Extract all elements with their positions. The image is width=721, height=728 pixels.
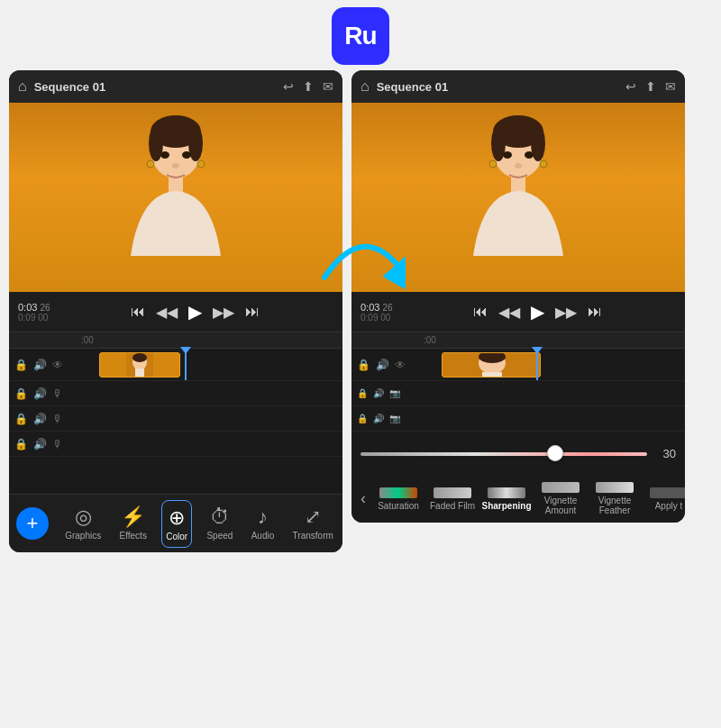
sharpening-label: Sharpening xyxy=(482,501,532,511)
left-timeline-area: :00 🔒 🔊 👁 xyxy=(9,332,342,494)
right-audio-icon[interactable]: 🔊 xyxy=(376,359,389,371)
tab-sharpening[interactable]: Sharpening xyxy=(479,486,534,513)
lock-icon[interactable]: 🔒 xyxy=(14,359,28,371)
right-seq-title: Sequence 01 xyxy=(377,80,618,94)
step-forward-button[interactable]: ▶▶ xyxy=(213,304,234,321)
mic-icon-a1[interactable]: 🎙 xyxy=(52,387,63,400)
skip-forward-button[interactable]: ⏭ xyxy=(245,304,260,320)
right-audio-a1[interactable]: 🔊 xyxy=(373,388,384,398)
left-seq-title: Sequence 01 xyxy=(34,80,276,94)
tab-saturation[interactable]: Saturation xyxy=(371,486,425,513)
step-back-button[interactable]: ◀◀ xyxy=(156,304,178,321)
left-chat-icon[interactable]: ✉ xyxy=(323,79,333,94)
right-home-icon[interactable]: ⌂ xyxy=(360,78,370,95)
svg-point-20 xyxy=(489,160,497,168)
tab-vignette-amount[interactable]: Vignette Amount xyxy=(534,480,588,517)
graphics-icon: ◎ xyxy=(75,505,92,529)
right-audio-a2[interactable]: 🔊 xyxy=(373,414,384,423)
left-home-icon[interactable]: ⌂ xyxy=(18,78,27,95)
toolbar-audio[interactable]: ♪ Audio xyxy=(248,500,278,548)
saturation-label: Saturation xyxy=(378,501,419,511)
skip-back-button[interactable]: ⏮ xyxy=(131,304,145,320)
apply-label: Apply t xyxy=(655,501,683,511)
color-label: Color xyxy=(166,532,187,541)
mic-icon-a2[interactable]: 🎙 xyxy=(52,413,63,425)
right-ruler-label: :00 xyxy=(424,335,436,345)
right-lock-icon[interactable]: 🔒 xyxy=(357,359,370,371)
right-skip-forward-button[interactable]: ⏭ xyxy=(588,304,602,320)
right-step-back-button[interactable]: ◀◀ xyxy=(498,304,520,321)
visibility-icon[interactable]: 👁 xyxy=(52,359,63,371)
toolbar-speed[interactable]: ⏱ Speed xyxy=(203,500,236,548)
left-video-clip[interactable] xyxy=(99,352,180,378)
right-video-clip[interactable] xyxy=(442,352,541,378)
toolbar-graphics[interactable]: ◎ Graphics xyxy=(61,500,105,548)
sharpening-swatch xyxy=(488,487,525,498)
left-audio-track-1: 🔒 🔊 🎙 xyxy=(9,381,342,406)
right-chat-icon[interactable]: ✉ xyxy=(665,79,676,94)
left-video-track-controls: 🔒 🔊 👁 xyxy=(9,359,81,371)
panels-container: ⌂ Sequence 01 ↩ ⬆ ✉ xyxy=(9,70,712,552)
svg-point-9 xyxy=(172,163,179,168)
vignette-amount-swatch xyxy=(542,482,580,493)
lock-icon-a2[interactable]: 🔒 xyxy=(14,413,28,425)
effects-icon: ⚡ xyxy=(121,505,145,529)
tab-faded-film[interactable]: Faded Film xyxy=(425,486,479,513)
tab-vignette-feather[interactable]: Vignette Feather xyxy=(588,480,642,517)
color-tabs: ‹ Saturation Faded Film Sharpening Vigne… xyxy=(351,475,685,523)
svg-point-8 xyxy=(182,151,191,159)
right-lock-a1[interactable]: 🔒 xyxy=(357,388,368,398)
svg-point-24 xyxy=(515,163,522,168)
right-video-track: 🔒 🔊 👁 xyxy=(351,349,685,381)
audio-label: Audio xyxy=(251,531,275,541)
left-share-icon[interactable]: ⬆ xyxy=(303,79,314,94)
right-share-icon[interactable]: ⬆ xyxy=(645,79,656,94)
svg-point-12 xyxy=(132,353,147,362)
audio-track-3-content xyxy=(81,432,342,456)
right-cam-a1[interactable]: 📷 xyxy=(389,388,400,398)
left-time-current: 0:03 26 xyxy=(18,302,50,313)
right-lock-a2[interactable]: 🔒 xyxy=(357,414,368,423)
sharpening-slider-track[interactable] xyxy=(360,452,647,456)
left-timeline-ruler: :00 xyxy=(9,332,342,349)
play-button[interactable]: ▶ xyxy=(188,301,202,323)
transition-arrow xyxy=(315,232,406,296)
audio-icon-a1[interactable]: 🔊 xyxy=(33,387,47,400)
right-step-forward-button[interactable]: ▶▶ xyxy=(555,304,577,321)
vignette-feather-swatch xyxy=(596,482,634,493)
lock-icon-a3[interactable]: 🔒 xyxy=(14,438,28,450)
right-visibility-icon[interactable]: 👁 xyxy=(395,359,406,371)
toolbar-effects[interactable]: ⚡ Effects xyxy=(116,500,151,548)
sharpening-slider-thumb[interactable] xyxy=(547,445,563,461)
right-undo-icon[interactable]: ↩ xyxy=(625,79,636,94)
left-video-track: 🔒 🔊 👁 xyxy=(9,349,342,381)
left-undo-icon[interactable]: ↩ xyxy=(283,79,294,94)
tab-apply[interactable]: Apply t xyxy=(642,486,685,513)
audio-tool-icon: ♪ xyxy=(258,505,268,529)
toolbar-transform[interactable]: ⤢ Transform xyxy=(289,500,337,548)
effects-label: Effects xyxy=(120,531,147,541)
lock-icon-a1[interactable]: 🔒 xyxy=(14,387,28,400)
add-button[interactable]: + xyxy=(16,507,49,540)
audio-icon[interactable]: 🔊 xyxy=(33,359,47,371)
left-time-info: 0:03 26 0:09 00 xyxy=(18,302,50,323)
audio-icon-a2[interactable]: 🔊 xyxy=(33,413,47,425)
right-timeline-area: :00 🔒 🔊 👁 xyxy=(351,332,685,440)
color-icon: ⊕ xyxy=(169,506,185,530)
svg-rect-28 xyxy=(482,372,502,378)
speed-icon: ⏱ xyxy=(210,505,230,529)
sharpening-value: 30 xyxy=(654,447,676,460)
faded-film-swatch xyxy=(434,487,471,498)
audio-track-2-content xyxy=(81,406,342,431)
toolbar-color[interactable]: ⊕ Color xyxy=(161,500,192,548)
right-play-button[interactable]: ▶ xyxy=(531,301,544,323)
vignette-feather-label: Vignette Feather xyxy=(591,496,638,515)
color-tabs-back-button[interactable]: ‹ xyxy=(355,489,371,508)
right-skip-back-button[interactable]: ⏮ xyxy=(473,304,488,320)
right-playback-bar: 0:03 26 0:09 00 ⏮ ◀◀ ▶ ▶▶ ⏭ xyxy=(351,292,685,332)
audio-icon-a3[interactable]: 🔊 xyxy=(33,438,47,450)
left-video-preview xyxy=(9,103,342,292)
right-cam-a2[interactable]: 📷 xyxy=(389,414,400,423)
mic-icon-a3[interactable]: 🎙 xyxy=(52,438,63,450)
svg-point-21 xyxy=(540,160,547,168)
